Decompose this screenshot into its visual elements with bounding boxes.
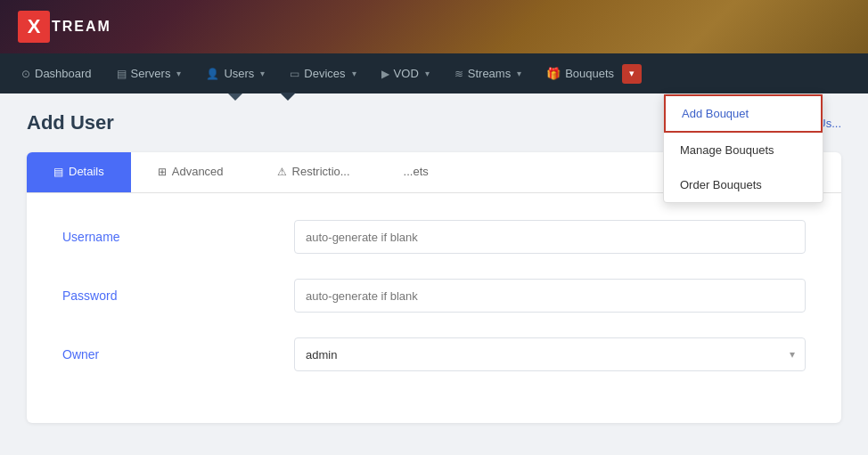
nav-label-devices: Devices [304, 67, 345, 80]
nav-item-vod[interactable]: ▶ VOD ▾ [369, 53, 442, 93]
nav-label-users: Users [224, 67, 254, 80]
tab-details-label: Details [69, 165, 104, 178]
owner-label: Owner [62, 347, 294, 362]
username-input[interactable] [294, 220, 806, 254]
nav-item-devices[interactable]: ▭ Devices ▾ [277, 53, 368, 93]
username-row: Username [62, 220, 806, 254]
owner-select-wrapper: admin user1 user2 ▾ [294, 337, 806, 371]
vod-chevron-icon: ▾ [425, 69, 430, 78]
vod-icon: ▶ [381, 68, 389, 80]
devices-chevron-icon: ▾ [352, 69, 356, 78]
tab-bouquets[interactable]: ...ets [377, 152, 455, 192]
nav-label-servers: Servers [131, 67, 171, 80]
advanced-tab-icon: ⊞ [158, 166, 167, 178]
servers-icon: ▤ [117, 68, 127, 80]
form-body: Username Password Owner admin user1 user… [27, 193, 841, 423]
logo-text: TREAM [52, 19, 111, 35]
bouquets-dropdown-arrow-icon[interactable]: ▾ [622, 64, 642, 84]
tab-advanced[interactable]: ⊞ Advanced [131, 152, 250, 192]
users-chevron-icon: ▾ [260, 69, 265, 78]
logo[interactable]: X TREAM [18, 11, 111, 43]
nav-indicator [280, 93, 296, 101]
servers-chevron-icon: ▾ [176, 69, 181, 78]
dropdown-item-order-bouquets[interactable]: Order Bouquets [664, 167, 823, 202]
tab-bouquets-label: ...ets [404, 165, 429, 178]
details-tab-icon: ▤ [53, 166, 63, 178]
bouquets-icon: 🎁 [546, 67, 561, 80]
password-row: Password [62, 279, 806, 313]
nav-label-bouquets: Bouquets [565, 67, 614, 80]
nav-item-bouquets[interactable]: 🎁 Bouquets ▾ [534, 53, 649, 93]
tab-restrictions-label: Restrictio... [292, 165, 350, 178]
nav-item-streams[interactable]: ≋ Streams ▾ [442, 53, 534, 93]
password-input[interactable] [294, 279, 806, 313]
dropdown-item-manage-bouquets[interactable]: Manage Bouquets [664, 133, 823, 167]
nav-item-servers[interactable]: ▤ Servers ▾ [104, 53, 194, 93]
streams-chevron-icon: ▾ [517, 69, 521, 78]
bouquets-dropdown-menu: Add Bouquet Manage Bouquets Order Bouque… [663, 93, 823, 203]
header: X TREAM [0, 0, 868, 53]
nav-item-users[interactable]: 👤 Users ▾ [193, 53, 277, 93]
logo-x-icon: X [18, 11, 50, 43]
restrictions-tab-icon: ⚠ [277, 166, 287, 178]
tab-details[interactable]: ▤ Details [27, 152, 131, 192]
tab-advanced-label: Advanced [172, 165, 224, 178]
nav-item-dashboard[interactable]: ⊙ Dashboard [9, 53, 104, 93]
nav-label-dashboard: Dashboard [35, 67, 92, 80]
devices-icon: ▭ [290, 68, 299, 80]
navigation: ⊙ Dashboard ▤ Servers ▾ 👤 Users ▾ ▭ Devi… [0, 53, 868, 93]
nav-label-vod: VOD [394, 67, 419, 80]
page-title: Add User [27, 111, 114, 134]
users-icon: 👤 [206, 68, 219, 80]
owner-select[interactable]: admin user1 user2 [294, 337, 806, 371]
dashboard-icon: ⊙ [21, 68, 30, 80]
nav-label-streams: Streams [468, 67, 511, 80]
streams-icon: ≋ [454, 68, 463, 80]
dropdown-item-add-bouquet[interactable]: Add Bouquet [664, 94, 823, 133]
password-label: Password [62, 288, 294, 303]
tab-restrictions[interactable]: ⚠ Restrictio... [250, 152, 377, 192]
username-label: Username [62, 230, 294, 244]
owner-row: Owner admin user1 user2 ▾ [62, 337, 806, 371]
